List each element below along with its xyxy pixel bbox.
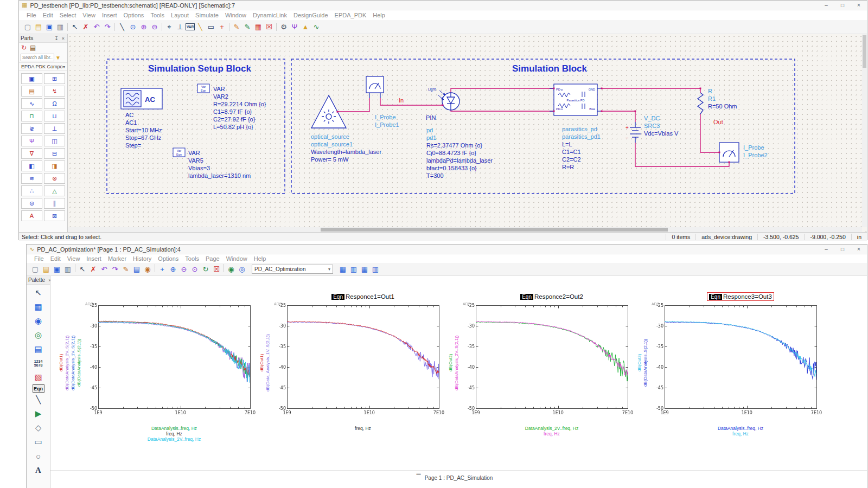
menu-item[interactable]: View	[79, 12, 99, 18]
annotate-icon[interactable]: ✎	[242, 22, 253, 33]
schematic-canvas[interactable]: AC Var Eqn Var Eqn	[68, 34, 867, 232]
page-tab[interactable]: Page 1 : PD_AC_Simulation	[425, 475, 493, 488]
palette-cursor[interactable]: ↖	[29, 286, 48, 300]
chart-title[interactable]: EqnResponce1=Out1	[271, 291, 444, 302]
tune-icon[interactable]: ▲	[300, 22, 311, 33]
vertical-scrollbar[interactable]	[862, 34, 867, 227]
palette-globe-1[interactable]: ◉	[29, 314, 48, 328]
print-icon[interactable]: ▥	[55, 22, 66, 33]
var5-label[interactable]: VAR	[188, 149, 200, 157]
filter-icon[interactable]: ▼	[55, 55, 61, 61]
zoom-out-icon[interactable]: ⊖	[149, 22, 160, 33]
close-data-icon[interactable]: ☒	[211, 264, 222, 275]
separator[interactable]	[229, 23, 229, 31]
part-icon[interactable]: Ω	[44, 98, 65, 109]
var-icon[interactable]: VAR	[186, 23, 195, 30]
part-icon[interactable]: ↯	[44, 86, 65, 97]
part-icon[interactable]: ∿	[21, 98, 42, 109]
undo-icon[interactable]: ↶	[99, 264, 110, 275]
new-file-icon[interactable]: ▢	[30, 264, 41, 275]
resistor-symbol[interactable]	[698, 93, 703, 114]
marker-icon[interactable]: ✎	[120, 264, 131, 275]
separator[interactable]	[276, 23, 277, 31]
insert-plot-icon-2[interactable]: ▥	[348, 264, 359, 275]
part-icon[interactable]: ⊠	[44, 210, 65, 221]
ac-controller-symbol[interactable]: AC	[121, 88, 162, 109]
part-icon[interactable]: ◧	[21, 160, 42, 171]
splitter-handle[interactable]: ▬	[417, 471, 421, 476]
separator[interactable]	[224, 264, 224, 272]
wire-label-icon[interactable]: ╲	[195, 22, 206, 33]
save-icon[interactable]: ▣	[52, 264, 62, 275]
open-icon[interactable]: ▤	[41, 264, 52, 275]
var5-annotation[interactable]: VAR5Vbias=3lambda_laser=1310 nm	[188, 157, 251, 179]
separator[interactable]	[67, 23, 68, 31]
chart-group-4[interactable]: EqnResponce3=Out3dB(Out3)dB(DataAnalysis…	[636, 291, 822, 436]
redo-icon[interactable]: ↷	[110, 264, 120, 275]
menu-item[interactable]: Layout	[168, 12, 192, 18]
part-icon[interactable]: ≷	[21, 123, 42, 134]
menu-item[interactable]: File	[23, 12, 40, 18]
chart-group-1[interactable]: dB(Out1)dB(DataAnalysis_2V..S(2,1))dB(Da…	[58, 291, 256, 442]
palette-grid[interactable]: ▤	[29, 342, 48, 356]
part-icon[interactable]: ◫	[44, 136, 65, 146]
menu-item[interactable]: Edit	[40, 12, 56, 18]
data-titlebar[interactable]: ∿ PD_AC_Optimization* [Page 1 : PD_AC_Si…	[27, 245, 867, 254]
iprobe1-symbol[interactable]	[366, 76, 384, 98]
palette-globe-2[interactable]: ◎	[29, 328, 48, 342]
delete-icon[interactable]: ✗	[80, 22, 91, 33]
menu-item[interactable]: Page	[202, 255, 223, 262]
separator[interactable]	[155, 264, 155, 272]
part-icon[interactable]: ∇	[21, 148, 42, 159]
cursor-icon[interactable]: ↖	[69, 22, 80, 33]
part-icon[interactable]: ⊓	[21, 111, 42, 121]
vdc-symbol[interactable]: + −	[626, 122, 641, 143]
palette-chart[interactable]: ▧	[29, 370, 48, 384]
palette-rect[interactable]: ▭	[29, 435, 48, 449]
zoom-fit-icon[interactable]: ⊙	[127, 22, 138, 33]
insert-wire-icon[interactable]: ╲	[117, 22, 127, 33]
context-icon-2[interactable]: ◎	[237, 264, 247, 275]
close-panel-icon[interactable]: ×	[61, 36, 66, 41]
zoom-area-icon[interactable]: ⊙	[189, 264, 200, 275]
palette-text[interactable]: A	[29, 463, 48, 477]
part-icon[interactable]: Ψ	[21, 136, 42, 146]
zoom-in-icon[interactable]: ⊕	[138, 22, 149, 33]
separator[interactable]	[162, 23, 162, 31]
redo-icon[interactable]: ↷	[102, 22, 113, 33]
menu-item[interactable]: Select	[56, 12, 80, 18]
maximize-button[interactable]: □	[834, 245, 851, 254]
ac-icon[interactable]: ◉	[142, 264, 153, 275]
print-icon[interactable]: ▥	[62, 264, 73, 275]
horizontal-scrollbar[interactable]	[68, 227, 862, 232]
menu-item[interactable]: Options	[120, 12, 147, 18]
menu-item[interactable]: EPDA_PDK	[331, 12, 370, 18]
vdc-annotation[interactable]: V_DCSRC3 Vdc=Vbias V	[644, 114, 678, 137]
part-icon[interactable]: ≋	[21, 173, 42, 184]
palette-circle[interactable]: ○	[29, 449, 48, 463]
part-icon[interactable]: ⊔	[44, 111, 65, 121]
undo-icon[interactable]: ↶	[91, 22, 102, 33]
iprobe2-symbol[interactable]	[719, 143, 739, 162]
photodiode-symbol[interactable]	[438, 91, 459, 110]
parasitics-annotation[interactable]: parasitics_pdparasitics_pd1 L=LC1=C1C2=C…	[562, 125, 601, 171]
menu-item[interactable]: DesignGuide	[290, 12, 331, 18]
maximize-button[interactable]: □	[834, 1, 851, 10]
pan-icon[interactable]: +	[157, 264, 168, 275]
iprobe1-annotation[interactable]: I_ProbeI_Probe1	[375, 113, 399, 129]
menu-item[interactable]: Help	[369, 12, 388, 18]
ac-annotation[interactable]: ACAC1Start=10 MHzStop=67 GHzStep=	[125, 111, 162, 149]
minimize-button[interactable]: –	[818, 1, 834, 10]
cursor-icon[interactable]: ↖	[77, 264, 88, 275]
var2-symbol[interactable]: Var Eqn	[197, 84, 209, 93]
separator[interactable]	[75, 264, 75, 272]
simulate-icon[interactable]: ⚙	[278, 22, 289, 33]
library-dropdown[interactable]: EPDA PDK Compo ▾	[19, 62, 67, 71]
parasitics-symbol[interactable]: Parasitics PD PD-p GND PD-s Bias	[550, 84, 602, 115]
parts-search-input[interactable]	[21, 54, 54, 61]
part-icon[interactable]: ⊗	[44, 173, 65, 184]
open-icon[interactable]: ▤	[33, 22, 44, 33]
part-icon[interactable]: ∥	[44, 198, 65, 209]
menu-item[interactable]: History	[130, 255, 155, 262]
part-icon[interactable]: ⊟	[44, 148, 65, 159]
